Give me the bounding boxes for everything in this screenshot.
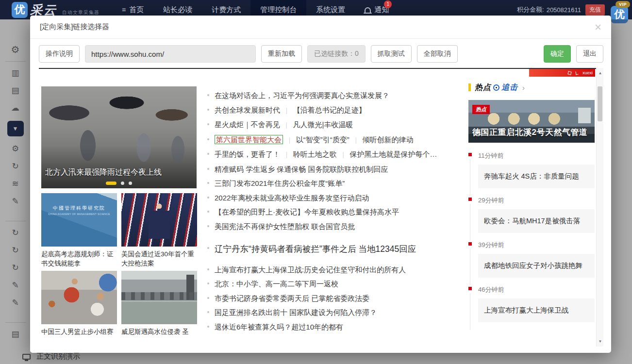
chevron-right-icon[interactable]: › [522,83,525,92]
thumb-story[interactable]: 美国会通过近30年首个重大控枪法案 [121,193,197,268]
timeline-time: 46分钟前 [478,285,595,294]
carousel-dot-active[interactable] [106,182,116,185]
news-link[interactable]: 国足亚洲排名跌出前十 国家队建设为何陷入停滞？ [206,307,464,317]
timeline-time: 11分钟前 [478,151,595,160]
promo-banner[interactable]: xuexi [529,69,595,77]
app-window: 优 采云 自动文章采集器 ≡ 首页 站长必读 计费方式 管理控制台 系统设置 通… [0,0,632,364]
carousel-dot[interactable] [121,182,124,185]
scroll-down-icon[interactable]: ▼ [597,339,604,344]
selected-links-count: 已选链接数：0 [307,45,366,63]
embedded-scrollbar[interactable]: ▲ ▼ [596,68,603,347]
hot-title-blue: 追击 [501,83,518,93]
credit-value: 2050821611 [547,6,581,14]
news-list: 在这场对话会上，习近平为何强调要真心实意谋发展？ 共创全球发展新时代｜【沿着总书… [206,90,464,336]
timeline-title[interactable]: 欧委会：马航MH17是被俄击落 [478,209,595,233]
news-link[interactable]: 2022年离校未就业高校毕业生服务攻坚行动启动 [206,193,464,203]
timeline-connector [470,159,470,196]
credit-label: 积分金额: [517,5,544,14]
carousel-dot[interactable] [129,182,132,185]
timeline-time: 29分钟前 [478,196,595,205]
thumb-caption[interactable]: 威尼斯遇高水位侵袭 圣 [121,327,197,336]
news-link[interactable]: 在这场对话会上，习近平为何强调要真心实意谋发展？ [206,90,464,100]
timeline-title[interactable]: 上海宣布打赢大上海保卫战 [478,298,595,322]
thumb-story[interactable]: 威尼斯遇高水位侵袭 圣 [121,271,197,336]
banner-mark [575,71,578,75]
news-link[interactable]: 上海宣布打赢大上海保卫战:历史会记住坚守和付出的所有人 [206,265,464,275]
news-link[interactable]: 退休近6年被查算久吗？超过10年的都有 [206,322,464,332]
thumb-image-basketball[interactable] [41,271,117,324]
hot-title-black: 热点 [475,83,491,93]
news-link[interactable]: 星火成炬｜不舍再见｜凡人微光|丰收温暖 [206,119,464,130]
selected-link-highlight: 第六届世界智能大会 [215,135,283,144]
close-icon[interactable]: × [595,21,601,33]
sign-text-cn: 中國管理科學研究院 [41,205,117,212]
hot-topics-header[interactable]: 热点 追击 › [468,83,595,92]
cancel-all-button[interactable]: 全部取消 [417,45,458,63]
dialog-header: [定向采集]链接选择器 × [30,16,611,39]
hot-timeline: 11分钟前 奔驰车起火 4S店：非质量问题 29分钟前 欧委会：马航MH17是被… [468,151,595,322]
timeline-title[interactable]: 奔驰车起火 4S店：非质量问题 [478,165,595,188]
hero-caption[interactable]: 北方入汛来最强降雨过程今夜上线 [45,167,162,178]
site-header-edge [39,68,596,69]
news-link[interactable]: 手里的饭，更香了！｜聆听土地之歌｜保护黑土地就是保护每个… [206,149,464,160]
hot-tag: 热点 [472,105,490,114]
timeline-item[interactable]: 29分钟前 欧委会：马航MH17是被俄击落 [468,196,595,233]
dialog-title: [定向采集]链接选择器 [40,22,109,32]
news-link[interactable]: 美国宪法不再保护女性堕胎权 联合国官员批 [206,221,464,232]
timeline-connector [470,204,470,241]
grab-test-button[interactable]: 抓取测试 [371,45,412,63]
dialog-toolbar: 操作说明 重新加载 已选链接数：0 抓取测试 全部取消 确定 退出 [30,39,611,63]
banner-text: xuexi [582,71,593,75]
news-link[interactable]: 精准赋码 学生返乡 保通保畅 国务院联防联控机制回应 [206,164,464,174]
thumb-image-venice-flood[interactable] [121,271,197,324]
news-link[interactable]: 共创全球发展新时代｜【沿着总书记的足迹】 [206,105,464,116]
exit-button[interactable]: 退出 [576,45,603,63]
timeline-title[interactable]: 成都地铁回应女子对小孩跳艳舞 [478,254,595,278]
news-link[interactable]: 市委书记跻身省委常委两天后 已掌舵省委政法委 [206,293,464,303]
timeline-item[interactable]: 39分钟前 成都地铁回应女子对小孩跳艳舞 [468,241,595,278]
thumbnail-grid: 中國管理科學研究院 CHINA ACADEMY OF MANAGEMENT SC… [41,193,198,336]
brand-subtitle: 自动文章采集器 [62,9,100,16]
thumb-story[interactable]: 中國管理科學研究院 CHINA ACADEMY OF MANAGEMENT SC… [41,193,117,268]
left-media-column: 北方入汛来最强降雨过程今夜上线 中國管理科學研究院 CHINA ACADEMY … [41,86,198,336]
link-selector-dialog: [定向采集]链接选择器 × 操作说明 重新加载 已选链接数：0 抓取测试 全部取… [30,16,611,353]
embedded-webpage: xuexi 北方入汛来最强降雨过程今夜上线 中國管理科學研究院 [39,68,596,347]
scroll-up-icon[interactable]: ▲ [597,71,604,75]
timeline-item[interactable]: 11分钟前 奔驰车起火 4S店：非质量问题 [468,151,595,188]
topbar-right: 积分金额: 2050821611 充值 [517,4,605,16]
help-button[interactable]: 操作说明 [39,45,80,63]
brand-logo-icon: 优 [12,2,28,18]
thumb-story[interactable]: 中国三人男篮止步小组赛 [41,271,117,336]
news-link[interactable]: 三部门发布2021年住房公积金年度“账单” [206,178,464,188]
carousel-dots [41,182,197,185]
sign-text-en: CHINA ACADEMY OF MANAGEMENT SCIENCE [41,213,117,215]
vip-badge: VIP [615,1,630,8]
url-input[interactable] [85,45,256,63]
hot-card-caption[interactable]: 德国正重启北溪2号天然气管道 [472,127,587,138]
thumb-caption[interactable]: 中国三人男篮止步小组赛 [41,327,117,336]
thumb-caption[interactable]: 美国会通过近30年首个重大控枪法案 [121,249,197,268]
banner-mark [567,71,571,75]
thumb-image-academy-sign[interactable]: 中國管理科學研究院 CHINA ACADEMY OF MANAGEMENT SC… [41,193,117,247]
reload-button[interactable]: 重新加载 [261,45,302,63]
timeline-item[interactable]: 46分钟前 上海宣布打赢大上海保卫战 [468,285,595,322]
hero-carousel-image[interactable]: 北方入汛来最强降雨过程今夜上线 [41,86,197,188]
yellow-bar [468,83,471,91]
news-link[interactable]: 北京：中小学、高一高二等下周一返校 [206,279,464,289]
news-link-headline[interactable]: 辽宁丹东“持黄码者看病被拦”事件之后 当地12345回应 [206,243,464,255]
hot-card-gas-pipeline[interactable]: 热点 德国正重启北溪2号天然气管道 [468,100,595,143]
news-link-selected[interactable]: 第六届世界智能大会｜以“智变”引“质变”｜倾听创新的律动 [206,134,464,145]
confirm-button[interactable]: 确定 [544,45,571,63]
target-scope-icon [493,84,499,91]
notification-badge: 1 [384,0,392,8]
timeline-connector [470,248,470,285]
thumb-image-us-congress[interactable] [121,193,197,247]
hot-topics-column: 热点 追击 › 热点 德国正重启北溪2号天然气管道 11分钟前 奔驰车起火 4S… [468,83,595,330]
scrollbar-thumb[interactable] [598,86,602,121]
bell-icon [365,7,371,13]
thumb-caption[interactable]: 起底高考志愿规划师：证书交钱就能拿 [41,249,117,268]
news-link[interactable]: 【在希望的田野上·麦收记】今年夏粮收购总量保持高水平 [206,207,464,217]
hamburger-icon: ≡ [122,6,126,14]
timeline-connector [470,293,470,330]
recharge-button[interactable]: 充值 [585,4,605,16]
